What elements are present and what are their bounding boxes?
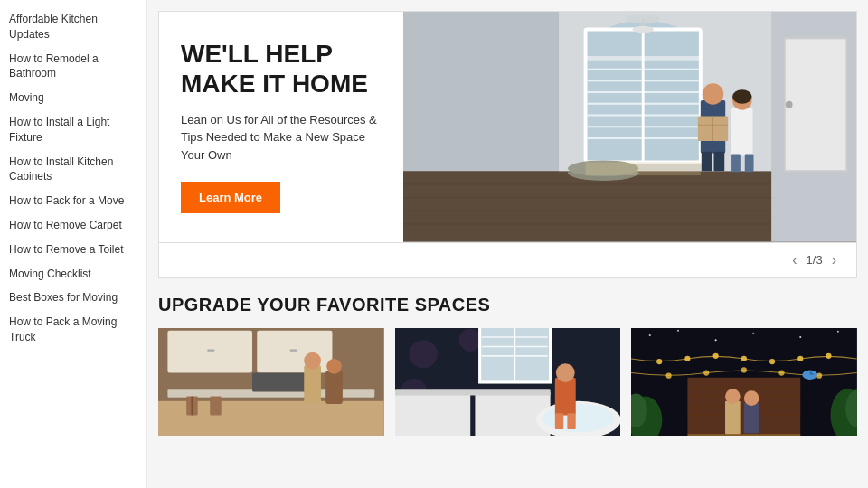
svg-point-108 <box>725 389 741 404</box>
svg-point-86 <box>656 358 662 363</box>
hero-subtitle: Lean on Us for All of the Resources & Ti… <box>181 111 382 164</box>
sidebar-item-9[interactable]: Best Boxes for Moving <box>0 286 146 310</box>
svg-point-81 <box>677 329 679 331</box>
svg-point-38 <box>732 89 752 104</box>
svg-point-85 <box>837 330 839 332</box>
hero-title: WE'LL HELPMAKE IT HOME <box>181 40 382 98</box>
upgrade-cards-container <box>158 328 857 436</box>
hero-banner: WE'LL HELPMAKE IT HOME Lean on Us for Al… <box>158 11 857 243</box>
svg-point-82 <box>715 339 717 341</box>
sidebar-item-7[interactable]: How to Remove a Toilet <box>0 238 146 262</box>
sidebar-item-0[interactable]: Affordable Kitchen Updates <box>0 7 146 47</box>
svg-rect-107 <box>725 400 741 433</box>
svg-point-111 <box>803 370 818 379</box>
sidebar-item-5[interactable]: How to Pack for a Move <box>0 189 146 213</box>
svg-rect-109 <box>744 402 760 432</box>
svg-point-93 <box>666 372 672 378</box>
svg-rect-36 <box>731 108 752 156</box>
svg-point-110 <box>744 390 760 406</box>
svg-point-96 <box>779 370 785 375</box>
svg-rect-40 <box>745 155 754 173</box>
svg-point-67 <box>542 403 614 431</box>
svg-rect-74 <box>555 377 576 415</box>
svg-point-91 <box>797 355 803 361</box>
sidebar-item-3[interactable]: How to Install a Light Fixture <box>0 110 146 150</box>
upgrade-card-kitchen[interactable] <box>158 328 384 436</box>
svg-point-30 <box>703 83 723 104</box>
svg-rect-39 <box>731 155 741 173</box>
hero-image <box>403 12 856 242</box>
sidebar-item-6[interactable]: How to Remove Carpet <box>0 213 146 238</box>
svg-point-51 <box>304 352 321 369</box>
svg-rect-21 <box>785 38 847 171</box>
svg-rect-49 <box>252 372 308 391</box>
svg-rect-34 <box>702 152 712 172</box>
sidebar-item-2[interactable]: Moving <box>0 86 146 110</box>
prev-arrow[interactable]: ‹ <box>787 250 802 270</box>
svg-point-87 <box>685 355 691 361</box>
svg-rect-47 <box>290 349 297 351</box>
upgrade-title: UPGRADE YOUR FAVORITE SPACES <box>158 295 857 315</box>
svg-point-94 <box>703 370 709 375</box>
carousel-pagination: ‹ 1/3 › <box>158 243 857 278</box>
svg-point-92 <box>826 352 832 358</box>
svg-point-95 <box>741 367 747 372</box>
svg-point-75 <box>556 363 575 382</box>
svg-rect-41 <box>586 162 701 175</box>
svg-rect-45 <box>257 330 332 372</box>
svg-rect-56 <box>210 396 221 415</box>
svg-rect-46 <box>207 349 214 351</box>
svg-point-80 <box>649 333 651 335</box>
svg-point-23 <box>786 101 793 108</box>
svg-point-53 <box>326 358 342 373</box>
svg-rect-63 <box>395 391 470 436</box>
svg-point-97 <box>816 372 822 378</box>
svg-point-84 <box>800 336 802 338</box>
svg-rect-52 <box>326 371 343 403</box>
svg-point-90 <box>769 358 775 363</box>
sidebar-item-4[interactable]: How to Install Kitchen Cabinets <box>0 150 146 190</box>
svg-point-60 <box>458 328 481 351</box>
sidebar-item-10[interactable]: How to Pack a Moving Truck <box>0 310 146 350</box>
svg-rect-76 <box>555 413 563 429</box>
sidebar: Affordable Kitchen UpdatesHow to Remodel… <box>0 0 147 488</box>
svg-rect-44 <box>167 330 252 372</box>
upgrade-card-outdoor[interactable] <box>631 328 857 436</box>
svg-point-89 <box>741 355 747 361</box>
main-content: WE'LL HELPMAKE IT HOME Lean on Us for Al… <box>147 0 868 488</box>
svg-point-59 <box>409 340 437 368</box>
hero-text-area: WE'LL HELPMAKE IT HOME Lean on Us for Al… <box>159 12 403 242</box>
upgrade-section: UPGRADE YOUR FAVORITE SPACES <box>158 295 857 436</box>
learn-more-button[interactable]: Learn More <box>181 182 280 213</box>
svg-point-83 <box>753 332 755 333</box>
svg-point-88 <box>713 352 719 358</box>
pagination-indicator: 1/3 <box>807 253 823 267</box>
svg-rect-77 <box>567 413 575 429</box>
svg-rect-50 <box>304 365 321 403</box>
svg-rect-35 <box>713 152 724 172</box>
svg-point-26 <box>632 26 653 33</box>
next-arrow[interactable]: › <box>826 250 842 270</box>
svg-rect-65 <box>395 389 551 395</box>
svg-rect-113 <box>688 434 801 436</box>
upgrade-card-bathroom[interactable] <box>395 328 621 436</box>
sidebar-item-1[interactable]: How to Remodel a Bathroom <box>0 47 146 87</box>
sidebar-item-8[interactable]: Moving Checklist <box>0 262 146 286</box>
